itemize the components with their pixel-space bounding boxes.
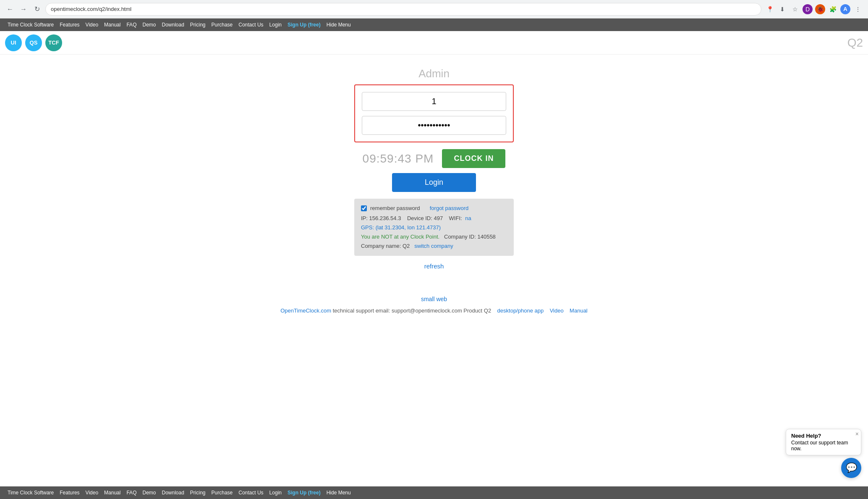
back-button[interactable]: ←	[5, 4, 15, 14]
bottom-nav-item-pricing[interactable]: Pricing	[188, 489, 208, 496]
refresh-link[interactable]: refresh	[424, 263, 444, 270]
app-avatar-tcf[interactable]: TCF	[45, 34, 62, 51]
bottom-nav-item-demo[interactable]: Demo	[140, 489, 158, 496]
top-nav-item-login[interactable]: Login	[267, 21, 284, 29]
help-chat-icon: 💬	[846, 462, 857, 473]
star-icon[interactable]: ☆	[790, 4, 800, 14]
company-name-row: Company name: Q2 switch company	[361, 242, 507, 251]
desktop-app-link[interactable]: desktop/phone app	[497, 307, 544, 314]
help-bubble: × Need Help? Contact our support team no…	[786, 429, 861, 455]
bottom-nav-item-sign-up-(free)[interactable]: Sign Up (free)	[285, 489, 323, 496]
clock-point-msg: You are NOT at any Clock Point.	[361, 234, 439, 240]
help-title: Need Help?	[791, 433, 856, 439]
remember-checkbox[interactable]	[361, 205, 367, 211]
bottom-nav-item-download[interactable]: Download	[159, 489, 186, 496]
bottom-nav-item-hide-menu[interactable]: Hide Menu	[324, 489, 353, 496]
app-title: Q2	[847, 36, 863, 50]
clock-point-row: You are NOT at any Clock Point. Company …	[361, 232, 507, 242]
gps-link[interactable]: GPS: (lat 31.2304, lon 121.4737)	[361, 224, 441, 231]
address-bar[interactable]: opentimeclock.com/q2/index.html	[45, 3, 761, 16]
extensions-icon[interactable]: 🧩	[828, 4, 838, 14]
top-nav-item-demo[interactable]: Demo	[140, 21, 158, 29]
admin-label: Admin	[418, 67, 450, 80]
forgot-password-link[interactable]: forgot password	[430, 204, 469, 213]
remember-row: remember password forgot password	[361, 204, 507, 213]
clock-row: 09:59:43 PM CLOCK IN	[354, 149, 514, 168]
top-nav-item-purchase[interactable]: Purchase	[209, 21, 235, 29]
clock-in-button[interactable]: CLOCK IN	[442, 149, 505, 168]
bottom-nav-item-manual[interactable]: Manual	[102, 489, 123, 496]
bottom-nav-item-time-clock-software[interactable]: Time Clock Software	[5, 489, 56, 496]
remember-label: remember password	[370, 204, 420, 213]
bottom-nav-item-login[interactable]: Login	[267, 489, 284, 496]
support-text: technical support email: support@opentim…	[333, 307, 491, 314]
browser-bar: ← → ↻ opentimeclock.com/q2/index.html 📍 …	[0, 0, 868, 18]
password-input[interactable]	[362, 116, 506, 135]
top-nav-item-contact-us[interactable]: Contact Us	[236, 21, 266, 29]
top-nav-item-sign-up-(free)[interactable]: Sign Up (free)	[285, 21, 323, 29]
bottom-nav-item-faq[interactable]: FAQ	[124, 489, 139, 496]
location-icon[interactable]: 📍	[765, 4, 775, 14]
wifi-label: WIFI:	[449, 215, 462, 221]
main-content: Admin 09:59:43 PM CLOCK IN Login remembe…	[0, 55, 868, 411]
login-button[interactable]: Login	[392, 173, 476, 192]
footer-support: OpenTimeClock.com technical support emai…	[280, 307, 588, 314]
username-input[interactable]	[362, 92, 506, 111]
login-box	[354, 84, 514, 142]
top-nav-item-hide-menu[interactable]: Hide Menu	[324, 21, 353, 29]
help-subtitle: Contact our support team now.	[791, 440, 856, 452]
bottom-nav-item-purchase[interactable]: Purchase	[209, 489, 235, 496]
help-bubble-wrap: × Need Help? Contact our support team no…	[786, 429, 861, 455]
bottom-nav-item-contact-us[interactable]: Contact Us	[236, 489, 266, 496]
help-widget: × Need Help? Contact our support team no…	[786, 429, 861, 478]
top-nav-item-time-clock-software[interactable]: Time Clock Software	[5, 21, 56, 29]
forward-button[interactable]: →	[18, 4, 29, 14]
top-nav: Time Clock SoftwareFeaturesVideoManualFA…	[0, 18, 868, 31]
page-wrapper: ← → ↻ opentimeclock.com/q2/index.html 📍 …	[0, 0, 868, 499]
app-avatar-ui[interactable]: UI	[5, 34, 22, 51]
top-nav-item-features[interactable]: Features	[57, 21, 82, 29]
top-nav-item-video[interactable]: Video	[83, 21, 101, 29]
app-bar-left: UIQSTCF	[5, 34, 62, 51]
bottom-nav: Time Clock SoftwareFeaturesVideoManualFA…	[0, 486, 868, 499]
top-nav-item-manual[interactable]: Manual	[102, 21, 123, 29]
device-id-text: Device ID: 497	[407, 215, 443, 221]
top-nav-item-download[interactable]: Download	[159, 21, 186, 29]
help-close-button[interactable]: ×	[855, 431, 859, 437]
footer-video-link[interactable]: Video	[550, 307, 564, 314]
extension2-icon[interactable]: 🐞	[815, 4, 825, 14]
top-nav-item-pricing[interactable]: Pricing	[188, 21, 208, 29]
extension1-icon[interactable]: D	[803, 4, 813, 14]
user-avatar[interactable]: A	[840, 4, 850, 14]
download-icon[interactable]: ⬇	[777, 4, 787, 14]
menu-icon[interactable]: ⋮	[853, 4, 863, 14]
company-name-text: Company name: Q2	[361, 243, 410, 249]
company-id: Company ID: 140558	[444, 234, 496, 240]
top-nav-item-faq[interactable]: FAQ	[124, 21, 139, 29]
ip-device-info: IP: 156.236.54.3 Device ID: 497 WIFI: na	[361, 214, 507, 223]
url-text: opentimeclock.com/q2/index.html	[51, 6, 131, 12]
footer-manual-link[interactable]: Manual	[570, 307, 588, 314]
switch-company-link[interactable]: switch company	[414, 243, 453, 249]
ip-text: IP: 156.236.54.3	[361, 215, 401, 221]
app-avatar-qs[interactable]: QS	[25, 34, 42, 51]
bottom-nav-item-video[interactable]: Video	[83, 489, 101, 496]
otc-link[interactable]: OpenTimeClock.com	[280, 307, 331, 314]
bottom-nav-item-features[interactable]: Features	[57, 489, 82, 496]
info-box: remember password forgot password IP: 15…	[354, 199, 514, 256]
app-bar: UIQSTCF Q2	[0, 31, 868, 55]
wifi-value[interactable]: na	[465, 215, 471, 221]
help-chat-button[interactable]: 💬	[841, 458, 861, 478]
clock-time: 09:59:43 PM	[363, 152, 434, 165]
browser-icons: 📍 ⬇ ☆ D 🐞 🧩 A ⋮	[765, 4, 863, 14]
small-web-link[interactable]: small web	[421, 296, 447, 302]
reload-button[interactable]: ↻	[32, 4, 42, 14]
